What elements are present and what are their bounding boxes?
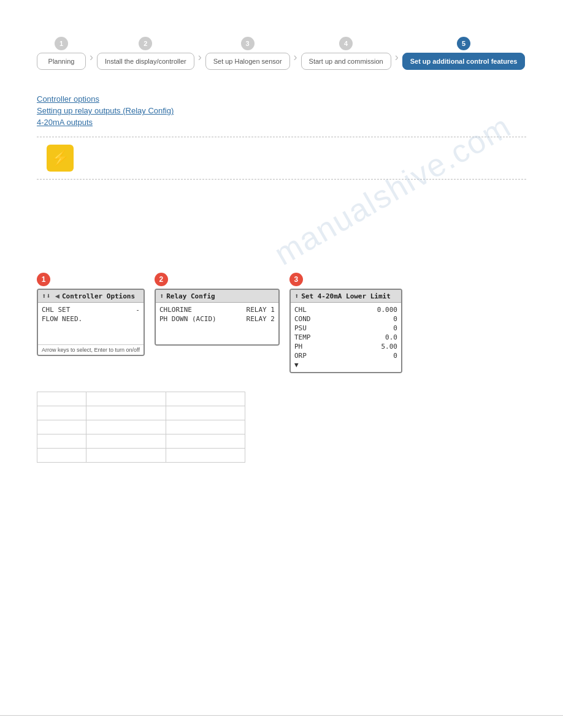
table-cell	[166, 392, 245, 406]
screen-1-row-1: CHL SET -	[42, 305, 140, 314]
screen-3-body: CHL 0.000 COND 0 PSU 0 TEMP 0.0	[291, 303, 401, 372]
screen-3-row-1: CHL 0.000	[294, 305, 397, 314]
screen-3-title: Set 4-20mA Lower Limit	[301, 292, 391, 300]
step-2-circle: 2	[139, 37, 152, 50]
screen-3-label-5: PH	[294, 343, 302, 351]
step-5: 5 Set up additional control features	[402, 37, 526, 70]
step-3-box: Set up Halogen sensor	[205, 53, 290, 70]
screen-1-label-1: CHL SET	[42, 306, 70, 314]
step-1-box: Planning	[37, 53, 86, 70]
screen-3-value-6: 0	[393, 352, 397, 360]
screen-3-row-5: PH 5.00	[294, 342, 397, 351]
screen-3-arrows: ⬆	[294, 292, 299, 300]
table-row	[37, 420, 245, 434]
screen-2-title: Relay Config	[166, 292, 215, 300]
screen-3-value-2: 0	[393, 315, 397, 323]
table-row	[37, 434, 245, 449]
table-cell	[86, 392, 166, 406]
step-5-box: Set up additional control features	[402, 53, 526, 70]
screen-3-row-6: ORP 0	[294, 351, 397, 360]
arrow-4: ›	[395, 51, 399, 70]
screen-3-row-2: COND 0	[294, 314, 397, 324]
screen-1-footer: Arrow keys to select, Enter to turn on/o…	[38, 344, 144, 355]
screen-3-label-3: PSU	[294, 324, 307, 332]
table-section	[37, 392, 526, 463]
screen-3-label-2: COND	[294, 315, 311, 323]
instruction-text	[37, 192, 526, 256]
step-4: 4 Start up and commission	[301, 37, 391, 70]
step-5-circle: 5	[457, 37, 470, 50]
screen-3-label-6: ORP	[294, 352, 307, 360]
screen-1-row-2: FLOW NEED.	[42, 314, 140, 324]
step-3-circle: 3	[241, 37, 255, 50]
link-2[interactable]: Setting up relay outputs (Relay Config)	[37, 106, 526, 115]
screens-row: 1 ⬆⬇ ◀ Controller Options CHL SET - FLOW…	[37, 273, 526, 373]
screen-2-body: CHLORINE RELAY 1 PH DOWN (ACID) RELAY 2	[156, 303, 278, 344]
table-cell	[86, 420, 166, 434]
screen-3-label-4: TEMP	[294, 333, 311, 341]
table-row	[37, 392, 245, 406]
screen-1-display: ⬆⬇ ◀ Controller Options CHL SET - FLOW N…	[37, 289, 145, 356]
table-cell	[166, 420, 245, 434]
screen-1-value-1: -	[136, 306, 140, 314]
screen-2-container: 2 ⬆ Relay Config CHLORINE RELAY 1 PH DOW…	[155, 273, 280, 346]
link-3[interactable]: 4-20mA outputs	[37, 118, 526, 127]
arrow-1: ›	[90, 51, 93, 70]
table-cell	[166, 434, 245, 449]
table-cell	[86, 406, 166, 420]
warning-box: ⚡	[37, 137, 526, 180]
table-cell	[37, 420, 86, 434]
screen-2-header: ⬆ Relay Config	[156, 290, 278, 303]
screen-2-value-1: RELAY 1	[247, 306, 275, 314]
workflow-steps: 1 Planning › 2 Install the display/contr…	[37, 37, 526, 70]
table-cell	[166, 406, 245, 420]
step-4-box: Start up and commission	[301, 53, 391, 70]
screen-1-badge: 1	[37, 273, 50, 286]
data-table	[37, 392, 245, 463]
table-cell	[37, 406, 86, 420]
step-1: 1 Planning	[37, 37, 86, 70]
screen-3-value-1: 0.000	[377, 306, 397, 314]
screen-3-value-4: 0.0	[385, 333, 397, 341]
table-cell	[86, 434, 166, 449]
screen-2-value-2: RELAY 2	[247, 315, 275, 323]
step-3: 3 Set up Halogen sensor	[205, 37, 290, 70]
screen-1-body: CHL SET - FLOW NEED.	[38, 303, 144, 344]
table-row	[37, 406, 245, 420]
screen-2-row-1: CHLORINE RELAY 1	[159, 305, 275, 314]
table-cell	[166, 449, 245, 463]
screen-2-label-1: CHLORINE	[159, 306, 192, 314]
screen-3-display: ⬆ Set 4-20mA Lower Limit CHL 0.000 COND …	[289, 289, 402, 373]
screen-3-value-3: 0	[393, 324, 397, 332]
step-2-box: Install the display/controller	[97, 53, 194, 70]
table-cell	[37, 434, 86, 449]
screen-3-row-7: ▼	[294, 360, 397, 370]
screen-2-arrows: ⬆	[159, 292, 164, 300]
screen-1-label-2: FLOW NEED.	[42, 315, 82, 323]
screen-1-header: ⬆⬇ ◀ Controller Options	[38, 290, 144, 303]
links-section: Controller options Setting up relay outp…	[37, 94, 526, 127]
arrow-3: ›	[294, 51, 297, 70]
screen-3-row-3: PSU 0	[294, 324, 397, 333]
screen-2-row-2: PH DOWN (ACID) RELAY 2	[159, 314, 275, 324]
lightning-icon: ⚡	[51, 150, 69, 167]
step-4-circle: 4	[339, 37, 353, 50]
step-1-circle: 1	[55, 37, 68, 50]
screen-3-header: ⬆ Set 4-20mA Lower Limit	[291, 290, 401, 303]
table-cell	[37, 449, 86, 463]
screen-1-arrows: ⬆⬇ ◀	[42, 292, 59, 300]
screen-3-badge: 3	[289, 273, 303, 286]
screen-1-title: Controller Options	[62, 292, 135, 300]
table-cell	[86, 449, 166, 463]
bottom-line	[0, 715, 563, 716]
link-1[interactable]: Controller options	[37, 94, 526, 104]
screen-3-container: 3 ⬆ Set 4-20mA Lower Limit CHL 0.000 CON…	[289, 273, 402, 373]
table-row	[37, 449, 245, 463]
screen-2-display: ⬆ Relay Config CHLORINE RELAY 1 PH DOWN …	[155, 289, 280, 346]
screen-3-row-4: TEMP 0.0	[294, 333, 397, 342]
screen-1-container: 1 ⬆⬇ ◀ Controller Options CHL SET - FLOW…	[37, 273, 145, 356]
table-cell	[37, 392, 86, 406]
screen-3-value-5: 5.00	[381, 343, 397, 351]
step-2: 2 Install the display/controller	[97, 37, 194, 70]
screen-3-label-1: CHL	[294, 306, 307, 314]
